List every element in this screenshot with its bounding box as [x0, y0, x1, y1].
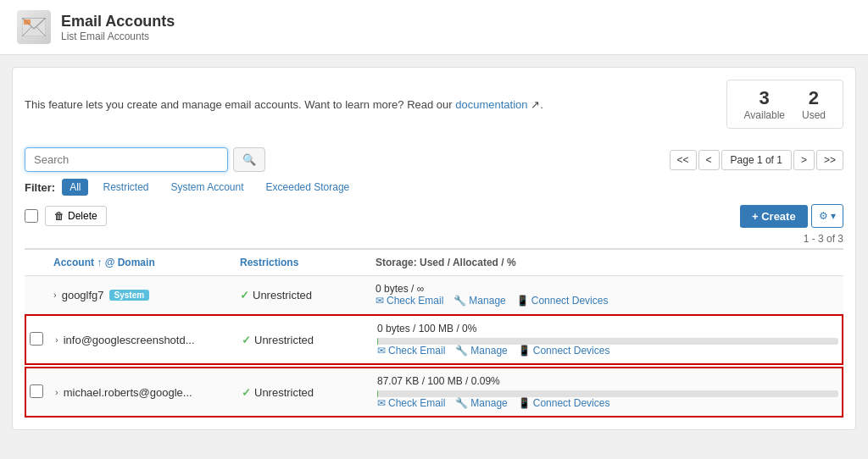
search-button[interactable]: 🔍	[233, 147, 265, 172]
row2-check-email-link[interactable]: ✉ Check Email	[377, 345, 445, 357]
connect-icon: 📱	[516, 295, 529, 307]
header-text-block: Email Accounts List Email Accounts	[61, 13, 175, 42]
page-subtitle: List Email Accounts	[61, 30, 175, 42]
row2-manage-link[interactable]: 🔧 Manage	[455, 345, 507, 357]
pagination-controls: << < Page 1 of 1 > >>	[670, 150, 843, 170]
select-all-checkbox[interactable]	[25, 209, 38, 223]
documentation-link[interactable]: documentation	[455, 98, 527, 111]
next-page-button[interactable]: >	[793, 150, 815, 170]
row2-account-cell: › info@googlescreenshotd...	[55, 334, 242, 346]
last-page-button[interactable]: >>	[816, 150, 843, 170]
row2-restriction-text: Unrestricted	[254, 334, 314, 346]
delete-label: Delete	[68, 210, 97, 222]
row1-storage-cell: 0 bytes / ∞ ✉ Check Email 🔧 Manage 📱 Con…	[376, 283, 840, 307]
available-label: Available	[744, 109, 785, 121]
row3-account-cell: › michael.roberts@google...	[55, 386, 242, 399]
table-row: › michael.roberts@google... ✓ Unrestrict…	[25, 367, 843, 418]
main-content-panel: This feature lets you create and manage …	[12, 67, 856, 430]
gear-icon: ⚙	[819, 210, 828, 222]
row3-storage-text: 87.07 KB / 100 MB / 0.09%	[377, 375, 838, 387]
row3-storage-bar-container	[377, 390, 838, 397]
row3-manage-link[interactable]: 🔧 Manage	[455, 397, 507, 409]
row2-expand-icon[interactable]: ›	[55, 335, 58, 345]
row1-expand-icon[interactable]: ›	[53, 290, 57, 300]
trash-icon: 🗑	[54, 210, 64, 222]
info-bar: This feature lets you create and manage …	[25, 80, 843, 135]
row3-connect-link[interactable]: 📱 Connect Devices	[518, 397, 610, 409]
connect-icon: 📱	[518, 397, 531, 409]
row1-check-icon: ✓	[240, 289, 249, 301]
page-info[interactable]: Page 1 of 1	[721, 150, 792, 170]
row2-check-icon: ✓	[242, 334, 251, 346]
row1-storage-text: 0 bytes / ∞	[376, 283, 840, 295]
col-storage-header: Storage: Used / Allocated / %	[376, 257, 840, 268]
filter-restricted[interactable]: Restricted	[95, 179, 156, 196]
search-input[interactable]	[25, 147, 228, 172]
row2-account-name: info@googlescreenshotd...	[64, 334, 195, 346]
check-email-icon: ✉	[377, 397, 386, 409]
used-label: Used	[802, 109, 826, 121]
row2-checkbox-cell	[30, 332, 55, 348]
manage-icon: 🔧	[453, 295, 466, 307]
filter-bar: Filter: All Restricted System Account Ex…	[25, 179, 843, 196]
used-stat: 2 Used	[802, 87, 826, 121]
search-area: 🔍	[25, 147, 265, 172]
email-accounts-table: Account ↑ @ Domain Restrictions Storage:…	[25, 248, 843, 418]
manage-icon: 🔧	[455, 397, 468, 409]
row3-check-email-link[interactable]: ✉ Check Email	[377, 397, 445, 409]
connect-icon: 📱	[518, 345, 531, 357]
table-row: › googlfg7 System ✓ Unrestricted 0 bytes…	[25, 276, 843, 314]
delete-button[interactable]: 🗑 Delete	[45, 206, 107, 226]
table-header-row: Account ↑ @ Domain Restrictions Storage:…	[25, 250, 843, 276]
info-description: This feature lets you create and manage …	[25, 98, 543, 111]
row2-storage-cell: 0 bytes / 100 MB / 0% ✉ Check Email 🔧 Ma…	[377, 323, 838, 357]
external-link-icon: ↗	[531, 98, 540, 111]
row3-restriction-text: Unrestricted	[254, 386, 314, 399]
table-row: › info@googlescreenshotd... ✓ Unrestrict…	[25, 314, 843, 365]
row1-restriction-cell: ✓ Unrestricted	[240, 289, 376, 301]
action-bar: 🗑 Delete + Create ⚙ ▾	[25, 204, 843, 228]
row2-storage-text: 0 bytes / 100 MB / 0%	[377, 323, 838, 335]
col-restrictions-header: Restrictions	[240, 257, 376, 268]
filter-all[interactable]: All	[62, 179, 88, 196]
filter-label: Filter:	[25, 181, 55, 194]
col-account-header[interactable]: Account ↑ @ Domain	[53, 257, 240, 268]
search-pagination-bar: 🔍 << < Page 1 of 1 > >>	[25, 147, 843, 172]
row3-account-name: michael.roberts@google...	[64, 386, 192, 399]
row3-action-links: ✉ Check Email 🔧 Manage 📱 Connect Devices	[377, 397, 838, 409]
page-icon	[17, 10, 51, 44]
row3-check-icon: ✓	[242, 386, 251, 399]
col-checkbox-header	[28, 257, 53, 268]
row3-storage-cell: 87.07 KB / 100 MB / 0.09% ✉ Check Email …	[377, 375, 838, 409]
prev-page-button[interactable]: <	[698, 150, 720, 170]
row1-connect-link[interactable]: 📱 Connect Devices	[516, 295, 609, 307]
row2-storage-bar-container	[377, 338, 838, 345]
row2-checkbox[interactable]	[30, 332, 43, 346]
check-email-icon: ✉	[377, 345, 386, 357]
row1-manage-link[interactable]: 🔧 Manage	[453, 295, 505, 307]
filter-system-account[interactable]: System Account	[164, 179, 252, 196]
create-button[interactable]: + Create	[740, 205, 808, 228]
page-header: Email Accounts List Email Accounts	[0, 0, 868, 55]
row1-restriction-text: Unrestricted	[253, 289, 312, 301]
settings-button[interactable]: ⚙ ▾	[811, 204, 843, 228]
row3-expand-icon[interactable]: ›	[55, 387, 58, 397]
available-stat: 3 Available	[744, 87, 785, 121]
row3-restriction-cell: ✓ Unrestricted	[242, 386, 377, 399]
row3-checkbox-cell	[30, 384, 55, 401]
row1-action-links: ✉ Check Email 🔧 Manage 📱 Connect Devices	[376, 295, 840, 307]
row2-connect-link[interactable]: 📱 Connect Devices	[518, 345, 610, 357]
row1-check-email-link[interactable]: ✉ Check Email	[376, 295, 443, 307]
search-icon: 🔍	[242, 153, 256, 166]
left-actions: 🗑 Delete	[25, 206, 107, 226]
available-count: 3	[744, 87, 785, 109]
row1-system-badge: System	[109, 290, 150, 301]
used-count: 2	[802, 87, 826, 109]
info-text-static: This feature lets you create and manage …	[25, 98, 453, 111]
row2-restriction-cell: ✓ Unrestricted	[242, 334, 377, 346]
results-count: 1 - 3 of 3	[25, 233, 843, 245]
filter-exceeded-storage[interactable]: Exceeded Storage	[259, 179, 358, 196]
row3-checkbox[interactable]	[30, 384, 43, 398]
first-page-button[interactable]: <<	[670, 150, 697, 170]
check-email-icon: ✉	[376, 295, 384, 307]
